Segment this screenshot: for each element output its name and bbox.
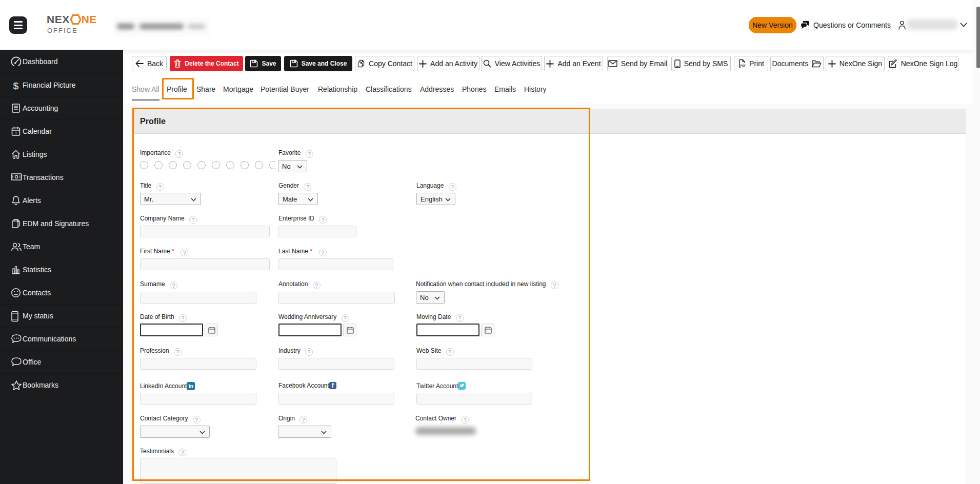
svg-text:PDF: PDF: [741, 64, 746, 67]
svg-text:$: $: [13, 80, 19, 91]
svg-text:1: 1: [15, 131, 17, 135]
